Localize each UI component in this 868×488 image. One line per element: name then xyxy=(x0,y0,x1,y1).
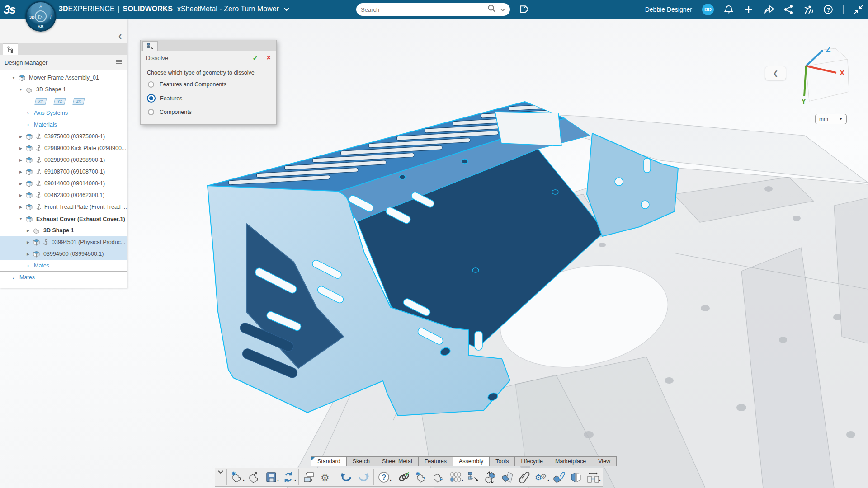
mirror-components-icon[interactable] xyxy=(567,469,585,486)
swap-references-icon[interactable] xyxy=(300,469,317,486)
ribbon-tab-assembly[interactable]: Assembly xyxy=(453,456,490,466)
save-icon[interactable]: ▲ xyxy=(263,469,280,486)
tag-icon[interactable] xyxy=(518,4,528,17)
expand-arrow-icon[interactable]: ▶ xyxy=(18,205,24,209)
radio-option-features[interactable]: Features xyxy=(148,95,270,102)
tree-row-planes[interactable]: XYYZZX xyxy=(0,95,127,107)
tree-row[interactable]: ▼Exhaust Cover (Exhaust Cover.1) xyxy=(0,213,127,225)
flyout-arrow-icon[interactable]: ▲ xyxy=(294,479,297,482)
dissolve-tree-icon[interactable] xyxy=(464,469,481,486)
help-question-icon[interactable]: ?▲ xyxy=(375,469,392,486)
flyout-arrow-icon[interactable]: ▲ xyxy=(547,479,550,482)
expand-arrow-icon[interactable]: ▶ xyxy=(18,193,24,197)
insert-existing-component-icon[interactable] xyxy=(430,469,447,486)
expand-arrow-icon[interactable]: ▶ xyxy=(18,182,24,186)
hamburger-menu-icon[interactable] xyxy=(115,59,123,66)
width-mate-icon[interactable]: ▲ xyxy=(585,469,602,486)
tree-row[interactable]: ›Mates xyxy=(0,272,127,283)
add-plus-icon[interactable] xyxy=(744,5,754,14)
expand-arrow-icon[interactable]: ▶ xyxy=(18,158,24,162)
flyout-arrow-icon[interactable]: ▲ xyxy=(461,479,464,482)
reload-sync-icon[interactable]: ▲ xyxy=(280,469,297,486)
user-name[interactable]: Debbie Designer xyxy=(645,6,692,13)
push-to-plane-icon[interactable] xyxy=(499,469,516,486)
expand-chevron-icon[interactable]: › xyxy=(25,111,31,115)
ribbon-tab-view[interactable]: View xyxy=(592,456,617,466)
ref-plane-xy-icon[interactable]: XY xyxy=(34,98,47,105)
radio-option-features-and-components[interactable]: Features and Components xyxy=(148,81,270,88)
ribbon-tab-features[interactable]: Features xyxy=(419,456,453,466)
insert-new-component-icon[interactable]: ✱ xyxy=(413,469,430,486)
attach-paperclip-icon[interactable] xyxy=(516,469,533,486)
radio-unselected-icon[interactable] xyxy=(148,81,154,88)
view-back-button[interactable]: ❮ xyxy=(765,66,786,80)
tree-row[interactable]: ›Axis Systems xyxy=(0,107,127,119)
expand-arrow-icon[interactable]: ▶ xyxy=(18,146,24,150)
mechanism-gears-icon[interactable]: ⚙⚙▲ xyxy=(533,469,550,486)
radio-unselected-icon[interactable] xyxy=(148,109,154,115)
expand-chevron-icon[interactable]: › xyxy=(11,275,16,280)
cancel-x-icon[interactable]: × xyxy=(267,54,271,62)
tree-row[interactable]: ›Materials xyxy=(0,119,127,131)
flyout-arrow-icon[interactable]: ▲ xyxy=(242,479,245,482)
radio-option-components[interactable]: Components xyxy=(148,109,270,115)
help-circle-icon[interactable]: ? xyxy=(823,5,833,14)
user-avatar[interactable]: DD xyxy=(702,4,714,15)
tree-row[interactable]: ▼Mower Frame Assembly_01 xyxy=(0,72,127,84)
expand-arrow-icon[interactable]: ▶ xyxy=(25,229,31,233)
search-dropdown-chevron[interactable] xyxy=(500,5,505,14)
tab-design-tree[interactable] xyxy=(3,43,18,55)
new-component-icon[interactable]: ✱▲ xyxy=(228,469,245,486)
update-link-check-icon[interactable]: ✓ xyxy=(396,469,413,486)
flyout-arrow-icon[interactable]: ▲ xyxy=(389,479,392,482)
expand-arrow-icon[interactable]: ▶ xyxy=(18,135,24,139)
ref-plane-yz-icon[interactable]: YZ xyxy=(53,98,66,105)
collapse-panel-icon[interactable]: ❮ xyxy=(116,32,124,40)
units-dropdown[interactable]: mm ▼ xyxy=(815,114,847,124)
tree-row[interactable]: ▶02989000 Kick Plate (0298900... xyxy=(0,142,127,154)
component-attach-icon[interactable] xyxy=(550,469,567,486)
notifications-bell-icon[interactable] xyxy=(724,5,734,14)
orientation-triad[interactable]: Z X Y xyxy=(778,43,859,115)
expand-arrow-icon[interactable]: ▼ xyxy=(18,217,24,221)
toolbar-overflow-chevron[interactable] xyxy=(216,469,225,486)
expand-arrow-icon[interactable]: ▼ xyxy=(18,88,24,92)
confirm-check-icon[interactable]: ✓ xyxy=(252,54,258,62)
share-nodes-icon[interactable] xyxy=(783,5,793,14)
tree-row[interactable]: ▼3D Shape 1 xyxy=(0,84,127,95)
ribbon-tab-tools[interactable]: Tools xyxy=(490,456,515,466)
expand-chevron-icon[interactable]: › xyxy=(25,122,31,127)
tree-row[interactable]: ▶03994500 (03994500.1) xyxy=(0,248,127,260)
tree-row[interactable]: ▶03994501 (Physical Produc... xyxy=(0,236,127,248)
undo-icon[interactable] xyxy=(338,469,355,486)
redo-icon[interactable] xyxy=(355,469,372,486)
tree-row[interactable]: ▶3D Shape 1 xyxy=(0,225,127,236)
ribbon-tab-standard[interactable]: Standard xyxy=(311,456,347,466)
search-bar[interactable] xyxy=(356,3,510,16)
ribbon-tab-sheet-metal[interactable]: Sheet Metal xyxy=(376,456,419,466)
tree-row[interactable]: ▶Front Tread Plate (Front Tread ... xyxy=(0,201,127,213)
expand-chevron-icon[interactable]: › xyxy=(25,263,31,268)
document-title[interactable]: xSheetMetal - Zero Turn Mower xyxy=(177,5,279,13)
expand-arrow-icon[interactable]: ▶ xyxy=(25,252,31,256)
ref-plane-zx-icon[interactable]: ZX xyxy=(72,98,85,105)
open-component-icon[interactable] xyxy=(245,469,263,486)
search-input[interactable] xyxy=(361,6,487,13)
viewport-3d[interactable] xyxy=(0,0,868,488)
ribbon-tab-sketch[interactable]: Sketch xyxy=(347,456,376,466)
compass-3ds-logo[interactable]: ⅄ 3D ▷ i V,R xyxy=(25,1,56,32)
tree-row[interactable]: ›Mates xyxy=(0,260,127,272)
expand-arrow-icon[interactable]: ▼ xyxy=(11,76,16,80)
dialog-tab[interactable] xyxy=(142,41,158,51)
move-component-icon[interactable] xyxy=(481,469,499,486)
tree-row[interactable]: ▶09014000 (09014000-1) xyxy=(0,178,127,189)
pattern-icon[interactable]: ▲ xyxy=(447,469,464,486)
tree-row[interactable]: ▶00298900 (00298900-1) xyxy=(0,154,127,166)
minimize-window-icon[interactable] xyxy=(854,5,863,14)
community-people-icon[interactable] xyxy=(803,5,813,14)
expand-arrow-icon[interactable]: ▶ xyxy=(25,240,31,244)
tree-row[interactable]: ▶03975000 (03975000-1) xyxy=(0,131,127,142)
title-chevron-down-icon[interactable] xyxy=(283,5,290,13)
ribbon-tab-marketplace[interactable]: Marketplace xyxy=(549,456,592,466)
flyout-arrow-icon[interactable]: ▲ xyxy=(599,479,601,482)
